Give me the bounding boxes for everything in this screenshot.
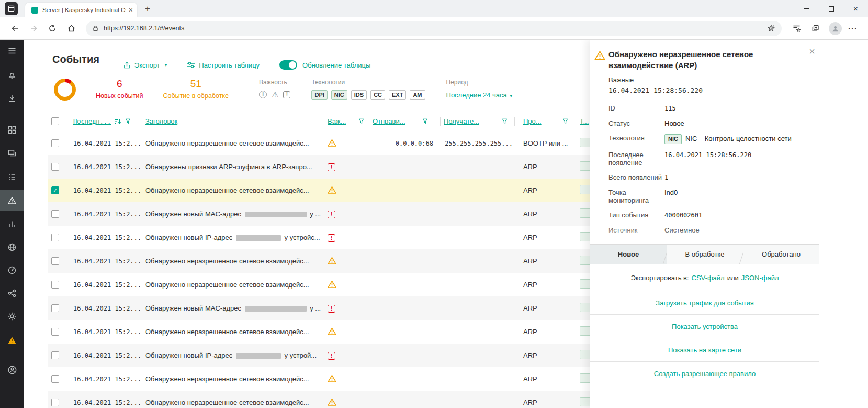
- favorite-star-icon[interactable]: [767, 24, 775, 32]
- row-checkbox[interactable]: [51, 210, 59, 218]
- table-refresh-toggle[interactable]: [279, 60, 297, 70]
- row-checkbox[interactable]: [51, 351, 59, 359]
- column-header-title[interactable]: Заголовок: [145, 117, 177, 125]
- detail-field: Точка мониторингаInd0: [608, 185, 815, 207]
- profile-avatar[interactable]: [829, 22, 842, 35]
- critical-severity-filter-icon[interactable]: !: [283, 91, 290, 98]
- technology-filter-label: Технологии: [311, 79, 425, 86]
- network-map-radar-icon[interactable]: [0, 260, 24, 281]
- row-checkbox[interactable]: [51, 304, 59, 312]
- event-severity: [323, 280, 369, 290]
- column-header-sender[interactable]: Отправи...: [373, 117, 405, 125]
- new-events-count: 6: [117, 79, 122, 90]
- status-tab[interactable]: В обработке: [667, 245, 743, 264]
- assets-tree-icon[interactable]: [0, 167, 24, 188]
- panel-action[interactable]: Показать на карте сети: [590, 338, 819, 362]
- filter-funnel-icon[interactable]: [562, 118, 568, 124]
- sort-descending-icon[interactable]: [114, 118, 121, 125]
- tech-filter-am[interactable]: AM: [410, 90, 425, 100]
- period-select[interactable]: Последние 24 часа ▾: [446, 91, 512, 100]
- collections-icon[interactable]: [807, 20, 823, 36]
- event-time: 16.04.2021 15:2...: [71, 399, 145, 406]
- info-severity-filter-icon[interactable]: i: [259, 91, 267, 98]
- dashboard-icon[interactable]: [0, 119, 24, 140]
- browser-menu-icon[interactable]: ···: [848, 24, 858, 33]
- address-bar[interactable]: https://192.168.2.1/#/events: [86, 21, 782, 36]
- browser-tab[interactable]: Server | Kaspersky Industrial Cyb ×: [25, 3, 137, 17]
- row-checkbox[interactable]: ✓: [51, 186, 59, 194]
- in-progress-stat[interactable]: 51 Событие в обработке: [163, 79, 229, 100]
- redacted-text: [236, 235, 281, 241]
- row-checkbox[interactable]: [51, 234, 59, 241]
- new-events-stat[interactable]: 6 Новых событий: [96, 79, 143, 100]
- forward-button[interactable]: [26, 20, 41, 36]
- row-checkbox[interactable]: [51, 375, 59, 383]
- event-protocol: ARP: [515, 328, 573, 336]
- browser-app-icon[interactable]: [5, 2, 18, 15]
- maximize-button[interactable]: [819, 0, 843, 17]
- export-json-link[interactable]: JSON-файл: [741, 274, 779, 282]
- column-header-time[interactable]: Последн...: [73, 118, 111, 125]
- filter-funnel-icon[interactable]: [125, 118, 131, 124]
- export-or: или: [727, 274, 739, 282]
- window-close-button[interactable]: ×: [843, 0, 868, 17]
- monitoring-screens-icon[interactable]: [0, 143, 24, 164]
- event-time: 16.04.2021 15:2...: [71, 234, 145, 241]
- tech-filter-cc[interactable]: CC: [370, 90, 385, 100]
- detail-field: СтатусНовое: [608, 116, 815, 130]
- row-checkbox[interactable]: [51, 163, 59, 171]
- row-checkbox[interactable]: [51, 257, 59, 265]
- topology-nodes-icon[interactable]: [0, 283, 24, 304]
- select-all-checkbox[interactable]: [51, 117, 59, 125]
- back-button[interactable]: [7, 20, 22, 36]
- tab-title: Server | Kaspersky Industrial Cyb: [42, 7, 126, 13]
- tech-filter-dpi[interactable]: DPI: [311, 90, 327, 100]
- row-checkbox[interactable]: [51, 139, 59, 147]
- page-title: События: [52, 53, 99, 65]
- panel-action[interactable]: Создать разрешающее правило: [590, 362, 819, 385]
- panel-action[interactable]: Загрузить трафик для события: [590, 291, 819, 315]
- new-tab-button[interactable]: +: [145, 4, 150, 13]
- url-text[interactable]: https://192.168.2.1/#/events: [104, 25, 767, 32]
- row-checkbox[interactable]: [51, 399, 59, 406]
- refresh-button[interactable]: [44, 20, 60, 36]
- events-icon[interactable]: [0, 190, 24, 211]
- tab-close-icon[interactable]: ×: [129, 6, 133, 14]
- status-tab[interactable]: Обработано: [743, 245, 819, 264]
- column-header-technology[interactable]: Т...: [580, 117, 589, 125]
- warning-severity-filter-icon[interactable]: ⚠: [272, 91, 278, 98]
- column-header-severity[interactable]: Важ...: [328, 117, 346, 125]
- home-button[interactable]: [63, 20, 79, 36]
- column-header-recipient[interactable]: Получате...: [444, 117, 479, 125]
- reports-chart-icon[interactable]: [0, 214, 24, 235]
- download-icon[interactable]: [0, 88, 24, 109]
- filter-funnel-icon[interactable]: [502, 118, 508, 124]
- tech-filter-nic[interactable]: NIC: [331, 90, 347, 100]
- favorites-bar-icon[interactable]: [788, 20, 804, 36]
- alerts-warning-icon[interactable]: [0, 330, 24, 351]
- warning-icon: [594, 50, 605, 60]
- event-title: Обнаружен новый IP-адрес у устрой...: [145, 351, 323, 359]
- user-account-icon[interactable]: [0, 359, 24, 380]
- minimize-button[interactable]: [794, 0, 819, 17]
- settings-gear-icon[interactable]: [0, 306, 24, 327]
- tech-filter-ids[interactable]: IDS: [351, 90, 367, 100]
- event-time: 16.04.2021 15:2...: [71, 305, 145, 312]
- export-button[interactable]: Экспорт▾: [123, 61, 167, 69]
- browser-navbar: https://192.168.2.1/#/events ···: [0, 17, 868, 40]
- export-csv-link[interactable]: CSV-файл: [692, 274, 725, 282]
- menu-icon[interactable]: [0, 40, 24, 61]
- status-tab[interactable]: Новое: [590, 245, 667, 264]
- column-header-protocol[interactable]: Про...: [523, 117, 542, 125]
- row-checkbox[interactable]: [51, 281, 59, 289]
- redacted-text: [245, 306, 307, 312]
- panel-action[interactable]: Показать устройства: [590, 315, 819, 338]
- row-checkbox[interactable]: [51, 328, 59, 336]
- configure-table-button[interactable]: Настроить таблицу: [187, 61, 260, 69]
- filter-funnel-icon[interactable]: [422, 118, 428, 124]
- event-severity: [323, 139, 369, 148]
- network-globe-icon[interactable]: [0, 237, 24, 258]
- tech-filter-ext[interactable]: EXT: [389, 90, 406, 100]
- filter-funnel-icon[interactable]: [358, 118, 364, 124]
- notifications-bell-icon[interactable]: [0, 64, 24, 85]
